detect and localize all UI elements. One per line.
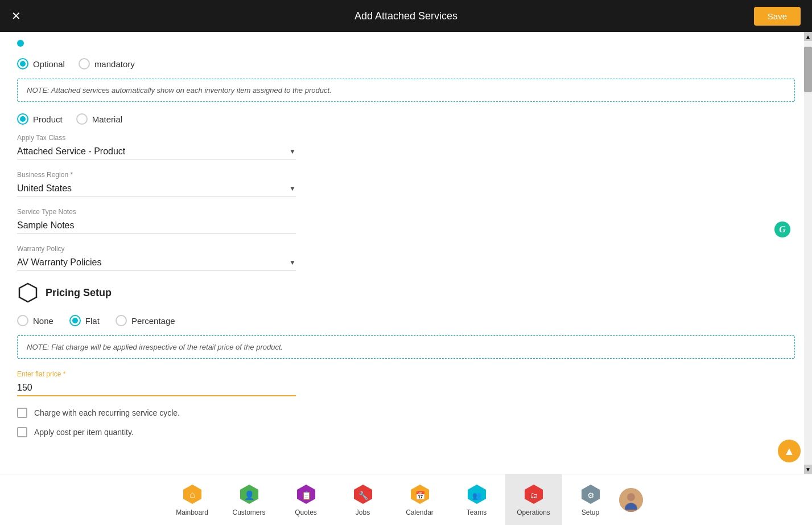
flat-radio[interactable]: Flat: [69, 315, 100, 326]
percentage-radio-label: Percentage: [131, 316, 175, 326]
apply-tax-class-field: Apply Tax Class Attached Service - Produ…: [17, 134, 795, 159]
jobs-label: Jobs: [356, 508, 370, 516]
apply-cost-checkbox[interactable]: [17, 427, 27, 437]
operations-icon: 🗂: [523, 483, 545, 505]
pricing-setup-section: Pricing Setup: [17, 282, 795, 303]
teams-label: Teams: [467, 508, 487, 516]
optional-radio-circle[interactable]: [17, 58, 28, 69]
svg-text:⚙: ⚙: [587, 491, 594, 500]
apply-tax-class-arrow: ▼: [289, 147, 296, 155]
apply-cost-row: Apply cost per item quantity.: [17, 427, 795, 437]
grammarly-icon: G: [774, 222, 790, 237]
setup-icon: ⚙: [580, 483, 601, 505]
nav-item-jobs[interactable]: 🔧 Jobs: [335, 474, 391, 526]
charge-recurring-row: Charge with each recurring service cycle…: [17, 408, 795, 418]
material-radio-circle[interactable]: [76, 113, 88, 125]
teams-icon: 👥: [466, 483, 488, 505]
jobs-icon: 🔧: [352, 483, 374, 505]
business-region-label: Business Region *: [17, 171, 795, 179]
service-type-notes-field: Service Type Notes G: [17, 208, 795, 233]
flat-price-input[interactable]: [17, 380, 296, 396]
svg-text:👥: 👥: [472, 491, 482, 501]
business-region-value: United States: [17, 183, 72, 194]
bottom-navigation: ⌂ Mainboard 👤 Customers 📋 Quotes: [0, 474, 812, 525]
flat-radio-circle[interactable]: [69, 315, 81, 326]
optional-radio-label: Optional: [33, 59, 65, 69]
mainboard-icon: ⌂: [182, 483, 203, 505]
setup-label: Setup: [582, 508, 599, 516]
svg-point-18: [627, 493, 635, 501]
service-type-notes-label: Service Type Notes: [17, 208, 795, 216]
nav-item-mainboard[interactable]: ⌂ Mainboard: [164, 474, 221, 526]
nav-item-quotes[interactable]: 📋 Quotes: [278, 474, 335, 526]
save-button[interactable]: Save: [754, 7, 801, 26]
percentage-radio[interactable]: Percentage: [116, 315, 175, 326]
svg-text:🗂: 🗂: [530, 491, 538, 500]
none-radio-circle[interactable]: [17, 315, 28, 326]
flat-note-text: NOTE: Flat charge will be applied irresp…: [27, 343, 785, 351]
calendar-icon: 📅: [409, 483, 431, 505]
product-radio[interactable]: Product: [17, 113, 63, 125]
customers-label: Customers: [232, 508, 265, 516]
flat-note-box: NOTE: Flat charge will be applied irresp…: [17, 335, 795, 359]
service-note-text: NOTE: Attached services automatically sh…: [27, 86, 785, 95]
svg-text:📅: 📅: [415, 491, 425, 501]
progress-area: [17, 38, 795, 49]
flat-radio-label: Flat: [85, 316, 100, 326]
material-radio[interactable]: Material: [76, 113, 122, 125]
main-content: Optional mandatory NOTE: Attached servic…: [0, 32, 812, 474]
service-note-box: NOTE: Attached services automatically sh…: [17, 79, 795, 102]
svg-marker-0: [19, 284, 36, 302]
warranty-policy-label: Warranty Policy: [17, 245, 795, 253]
none-radio[interactable]: None: [17, 315, 53, 326]
nav-item-teams[interactable]: 👥 Teams: [448, 474, 505, 526]
nav-item-setup[interactable]: ⚙ Setup: [562, 474, 619, 526]
mandatory-radio-circle[interactable]: [79, 58, 90, 69]
quotes-icon: 📋: [295, 483, 317, 505]
charge-recurring-checkbox[interactable]: [17, 408, 27, 418]
percentage-radio-circle[interactable]: [116, 315, 127, 326]
nav-item-customers[interactable]: 👤 Customers: [221, 474, 278, 526]
product-radio-label: Product: [33, 114, 63, 124]
product-radio-circle[interactable]: [17, 113, 28, 125]
customers-icon: 👤: [238, 483, 260, 505]
page-title: Add Attached Services: [355, 10, 457, 22]
mandatory-radio[interactable]: mandatory: [79, 58, 135, 69]
optional-radio[interactable]: Optional: [17, 58, 65, 69]
none-radio-label: None: [33, 316, 53, 326]
mandatory-radio-label: mandatory: [94, 59, 135, 69]
business-region-arrow: ▼: [289, 184, 296, 192]
apply-tax-class-value: Attached Service - Product: [17, 146, 125, 157]
apply-tax-class-label: Apply Tax Class: [17, 134, 795, 142]
material-radio-label: Material: [92, 114, 122, 124]
mainboard-label: Mainboard: [176, 508, 208, 516]
warranty-policy-value: AV Warranty Policies: [17, 257, 101, 268]
svg-text:👤: 👤: [244, 490, 254, 501]
flat-price-label: Enter flat price *: [17, 370, 795, 378]
calendar-label: Calendar: [406, 508, 434, 516]
apply-tax-class-select[interactable]: Attached Service - Product ▼: [17, 144, 296, 159]
quotes-label: Quotes: [295, 508, 317, 516]
service-type-radio-group: Optional mandatory: [17, 58, 795, 69]
warranty-policy-select[interactable]: AV Warranty Policies ▼: [17, 255, 296, 270]
operations-label: Operations: [517, 508, 550, 516]
warranty-policy-field: Warranty Policy AV Warranty Policies ▼: [17, 245, 795, 270]
nav-item-calendar[interactable]: 📅 Calendar: [391, 474, 448, 526]
svg-text:⌂: ⌂: [189, 490, 195, 499]
pricing-setup-title: Pricing Setup: [46, 287, 112, 299]
business-region-select[interactable]: United States ▼: [17, 181, 296, 196]
progress-dot: [17, 40, 24, 47]
service-type-notes-input[interactable]: [17, 218, 296, 233]
type-radio-group: Product Material: [17, 113, 795, 125]
scroll-up-button[interactable]: ▲: [778, 440, 801, 462]
svg-text:📋: 📋: [301, 491, 311, 501]
apply-cost-label: Apply cost per item quantity.: [34, 428, 134, 437]
warranty-policy-arrow: ▼: [289, 259, 296, 266]
business-region-field: Business Region * United States ▼: [17, 171, 795, 196]
pricing-type-radio-group: None Flat Percentage: [17, 315, 795, 326]
flat-price-field: Enter flat price *: [17, 370, 795, 396]
close-button[interactable]: ✕: [11, 10, 21, 22]
nav-item-operations[interactable]: 🗂 Operations: [505, 474, 562, 526]
pricing-setup-icon: [17, 282, 39, 303]
user-avatar[interactable]: [619, 488, 643, 512]
